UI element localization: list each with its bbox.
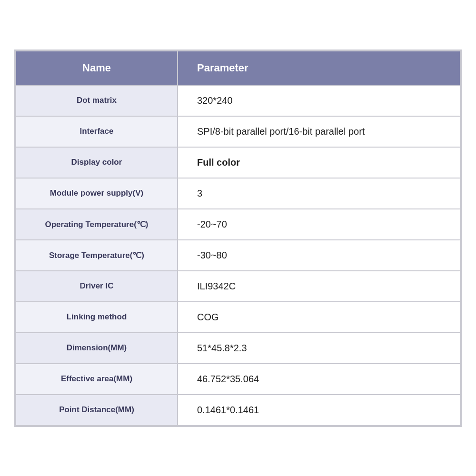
row-value-cell: Full color	[178, 147, 460, 178]
row-name-cell: Effective area(MM)	[16, 364, 178, 395]
row-value-cell: 0.1461*0.1461	[178, 395, 460, 426]
table-row: Point Distance(MM)0.1461*0.1461	[16, 395, 460, 426]
row-value-cell: SPI/8-bit parallel port/16-bit parallel …	[178, 116, 460, 147]
table-row: Linking methodCOG	[16, 302, 460, 333]
param-header: Parameter	[178, 51, 460, 85]
spec-table: Name Parameter Dot matrix320*240Interfac…	[14, 50, 462, 427]
row-name-cell: Display color	[16, 147, 178, 178]
row-name-cell: Interface	[16, 116, 178, 147]
table-row: Display colorFull color	[16, 147, 460, 178]
row-value-cell: COG	[178, 302, 460, 333]
name-header: Name	[16, 51, 178, 85]
table-row: Effective area(MM)46.752*35.064	[16, 364, 460, 395]
table-row: InterfaceSPI/8-bit parallel port/16-bit …	[16, 116, 460, 147]
table-row: Storage Temperature(℃)-30~80	[16, 240, 460, 271]
row-value-cell: 51*45.8*2.3	[178, 333, 460, 364]
table-row: Module power supply(V)3	[16, 178, 460, 209]
row-value-cell: -30~80	[178, 240, 460, 271]
table-row: Operating Temperature(℃)-20~70	[16, 209, 460, 240]
row-name-cell: Storage Temperature(℃)	[16, 240, 178, 271]
table-row: Dot matrix320*240	[16, 85, 460, 116]
row-name-cell: Operating Temperature(℃)	[16, 209, 178, 240]
row-name-cell: Linking method	[16, 302, 178, 333]
table-row: Driver ICILI9342C	[16, 271, 460, 302]
row-value-cell: -20~70	[178, 209, 460, 240]
row-value-cell: 3	[178, 178, 460, 209]
row-value-cell: 320*240	[178, 85, 460, 116]
row-name-cell: Dot matrix	[16, 85, 178, 116]
row-name-cell: Driver IC	[16, 271, 178, 302]
table-row: Dimension(MM)51*45.8*2.3	[16, 333, 460, 364]
row-name-cell: Point Distance(MM)	[16, 395, 178, 426]
row-value-cell: ILI9342C	[178, 271, 460, 302]
row-value-cell: 46.752*35.064	[178, 364, 460, 395]
row-name-cell: Module power supply(V)	[16, 178, 178, 209]
row-name-cell: Dimension(MM)	[16, 333, 178, 364]
